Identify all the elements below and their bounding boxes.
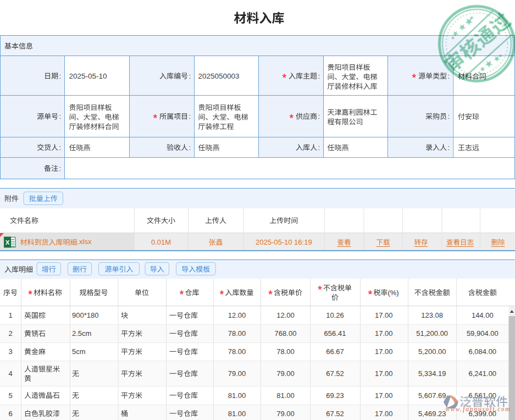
svg-text:2: 2: [8, 329, 12, 338]
svg-text:768.00: 768.00: [275, 329, 297, 338]
svg-text::: :: [59, 164, 61, 173]
svg-text::: :: [189, 72, 191, 80]
svg-text:(%): (%): [387, 289, 398, 297]
svg-text:2025-05-10 16:19: 2025-05-10 16:19: [256, 238, 312, 246]
svg-text:2.5cm: 2.5cm: [72, 329, 91, 338]
svg-text::: :: [447, 112, 450, 120]
svg-text:69.23: 69.23: [326, 391, 344, 400]
svg-text:12.00: 12.00: [276, 311, 295, 319]
svg-text:17.00: 17.00: [375, 329, 393, 338]
svg-text:78.00: 78.00: [228, 329, 246, 338]
svg-text:X: X: [5, 239, 10, 246]
svg-text:81.00: 81.00: [228, 410, 246, 418]
svg-text:79.00: 79.00: [276, 369, 295, 378]
svg-text:www.fanpusoft.com: www.fanpusoft.com: [446, 406, 511, 413]
svg-text::: :: [318, 112, 320, 120]
svg-text::: :: [318, 72, 320, 80]
svg-text:2025050003: 2025050003: [198, 72, 240, 80]
svg-text:66.67: 66.67: [326, 347, 344, 356]
svg-text:67.52: 67.52: [326, 410, 344, 418]
svg-text:5,334.19: 5,334.19: [418, 369, 446, 378]
svg-text:17.00: 17.00: [375, 347, 393, 356]
svg-text::: :: [59, 112, 61, 120]
svg-text:17.00: 17.00: [375, 391, 393, 400]
svg-text:0.01M: 0.01M: [151, 238, 171, 246]
svg-text:6,241.00: 6,241.00: [468, 369, 496, 378]
svg-text:4: 4: [8, 369, 12, 378]
svg-text:.xlsx: .xlsx: [77, 237, 92, 246]
svg-text:67.52: 67.52: [326, 369, 344, 378]
svg-text:123.08: 123.08: [421, 311, 443, 319]
svg-text:5,469.23: 5,469.23: [418, 410, 446, 418]
svg-text:81.00: 81.00: [276, 391, 295, 400]
svg-text:5cm: 5cm: [72, 347, 86, 356]
svg-text::: :: [447, 72, 450, 80]
svg-text:6,084.00: 6,084.00: [468, 347, 496, 356]
svg-text::: :: [318, 143, 320, 152]
svg-text::: :: [447, 143, 450, 152]
svg-text:656.41: 656.41: [324, 329, 346, 338]
svg-text::: :: [189, 143, 191, 152]
svg-text:59,904.00: 59,904.00: [467, 329, 499, 338]
svg-text:79.00: 79.00: [276, 410, 295, 418]
svg-text:78.00: 78.00: [228, 347, 246, 356]
svg-text:51,200.00: 51,200.00: [416, 329, 448, 338]
svg-text::: :: [59, 143, 61, 152]
svg-text:10.26: 10.26: [326, 311, 344, 319]
svg-text:5,607.69: 5,607.69: [418, 391, 446, 400]
svg-text:12.00: 12.00: [228, 311, 246, 319]
svg-text:81.00: 81.00: [228, 391, 246, 400]
svg-text:79.00: 79.00: [228, 369, 246, 378]
svg-text:17.00: 17.00: [375, 369, 393, 378]
svg-text:1: 1: [8, 311, 12, 319]
svg-text:2025-05-10: 2025-05-10: [69, 72, 107, 80]
svg-text:900*180: 900*180: [72, 311, 98, 319]
svg-text:5: 5: [8, 391, 12, 400]
svg-text::: :: [189, 112, 191, 120]
svg-text:17.00: 17.00: [375, 311, 393, 319]
svg-text:3: 3: [8, 347, 12, 356]
svg-text:144.00: 144.00: [472, 311, 494, 319]
svg-text::: :: [59, 72, 61, 80]
svg-text:78.00: 78.00: [276, 347, 295, 356]
svg-text:17.00: 17.00: [375, 410, 393, 418]
svg-text:5,200.00: 5,200.00: [418, 347, 446, 356]
svg-text:6: 6: [8, 410, 12, 418]
